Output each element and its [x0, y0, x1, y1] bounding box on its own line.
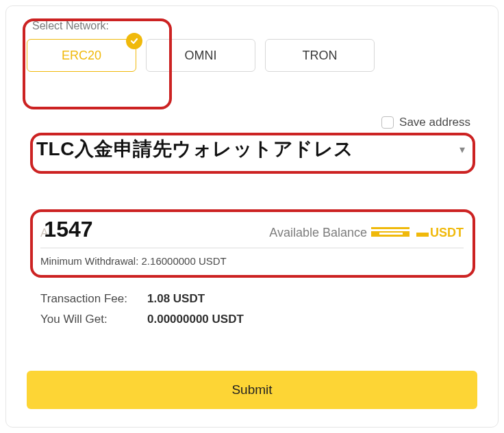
check-icon: [126, 33, 142, 49]
address-row[interactable]: TLC入金申請先ウォレットアドレス ▾: [36, 136, 465, 162]
fee-rows: Transaction Fee: 1.08 USDT You Will Get:…: [40, 292, 464, 333]
transaction-fee-row: Transaction Fee: 1.08 USDT: [40, 292, 464, 306]
minimum-withdrawal: Minimum Withdrawal: 2.16000000 USDT: [40, 255, 464, 267]
network-tab-omni[interactable]: OMNI: [146, 39, 255, 72]
recipient-address-field[interactable]: TLC入金申請先ウォレットアドレス: [36, 136, 459, 162]
caret-down-icon: ▾: [459, 143, 465, 156]
network-label: Select Network:: [27, 20, 375, 32]
save-address-label: Save address: [399, 116, 470, 129]
network-tabs: ERC20 OMNI TRON: [27, 39, 375, 72]
withdraw-card: Select Network: ERC20 OMNI TRON Save add…: [5, 5, 499, 428]
available-balance-redacted-2: [416, 233, 429, 237]
amount-line: A 1547 Available Balance USDT: [40, 217, 464, 248]
available-balance-redacted: [371, 227, 410, 237]
transaction-fee-label: Transaction Fee:: [40, 292, 147, 306]
network-section: Select Network: ERC20 OMNI TRON: [27, 20, 375, 72]
amount-section: A 1547 Available Balance USDT Minimum Wi…: [40, 217, 464, 267]
save-address-checkbox[interactable]: [381, 116, 394, 129]
submit-button[interactable]: Submit: [27, 371, 477, 409]
currency-suffix: USDT: [430, 226, 464, 240]
network-tab-label: TRON: [303, 49, 338, 63]
network-tab-erc20[interactable]: ERC20: [27, 39, 136, 72]
you-will-get-value: 0.00000000 USDT: [147, 313, 244, 326]
you-will-get-label: You Will Get:: [40, 313, 147, 326]
you-will-get-row: You Will Get: 0.00000000 USDT: [40, 313, 464, 326]
available-balance-label: Available Balance: [269, 226, 371, 240]
save-address-row: Save address: [381, 116, 470, 129]
network-tab-tron[interactable]: TRON: [265, 39, 375, 72]
network-tab-label: ERC20: [62, 49, 101, 63]
network-tab-label: OMNI: [185, 49, 217, 63]
transaction-fee-value: 1.08 USDT: [147, 292, 205, 306]
minimum-withdrawal-value: 2.16000000 USDT: [142, 255, 227, 267]
minimum-withdrawal-label: Minimum Withdrawal:: [40, 255, 138, 267]
amount-input[interactable]: 1547: [44, 217, 92, 242]
